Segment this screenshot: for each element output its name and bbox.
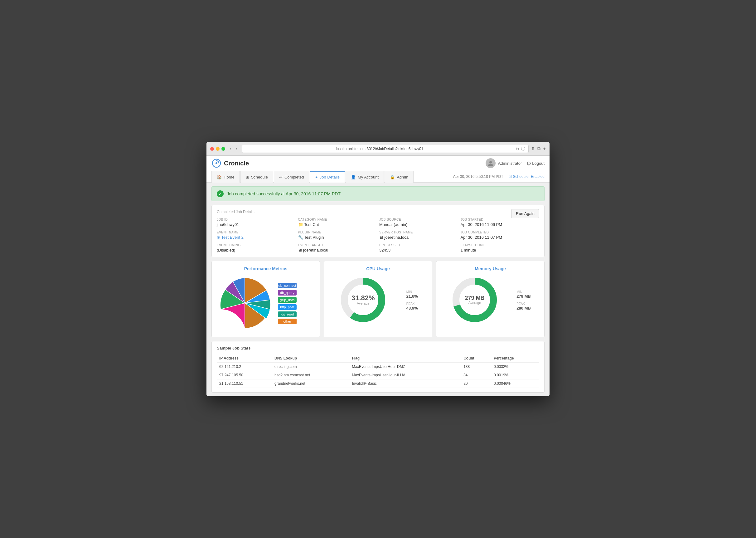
- app-header: Cronicle Administrator ⏻ Logout: [207, 156, 549, 171]
- cpu-usage-card: CPU Usage 31.82%: [324, 261, 432, 337]
- folder-icon: 📁: [298, 222, 303, 227]
- memory-donut-chart: 279 MB Average: [450, 275, 499, 325]
- field-job-completed-label: JOB COMPLETED: [461, 231, 540, 234]
- content-area: ✓ Job completed successfully at Apr 30, …: [207, 183, 549, 396]
- legend-db-connect: db_connect: [278, 283, 297, 288]
- field-job-id-label: JOB ID: [217, 218, 296, 221]
- memory-average-label: Average: [465, 301, 485, 304]
- tab-admin-label: Admin: [397, 175, 408, 180]
- field-job-started: JOB STARTED Apr 30, 2016 11:06 PM: [461, 218, 540, 227]
- user-name: Administrator: [498, 161, 522, 166]
- browser-window: ‹ › local.cronicle.com:3012/#JobDetails?…: [207, 142, 549, 396]
- field-job-source-label: JOB SOURCE: [379, 218, 458, 221]
- window-icon[interactable]: ⧉: [537, 146, 541, 152]
- traffic-lights: [210, 147, 225, 151]
- field-plugin-label: PLUGIN NAME: [298, 231, 377, 234]
- field-category-label: CATEGORY NAME: [298, 218, 377, 221]
- legend-color-db-query: db_query: [278, 290, 297, 296]
- address-text: local.cronicle.com:3012/#JobDetails?id=j…: [245, 147, 514, 151]
- add-tab-icon[interactable]: +: [543, 146, 546, 152]
- field-event-target-label: EVENT TARGET: [298, 243, 377, 247]
- share-icon[interactable]: ⬆: [531, 146, 535, 152]
- refresh-icon[interactable]: ↻: [516, 147, 519, 151]
- memory-stats: MIN 279 MB PEAK 280 MB: [516, 289, 531, 310]
- plugin-icon: 🔧: [298, 235, 303, 240]
- memory-peak-label: PEAK: [516, 302, 525, 305]
- tab-completed[interactable]: ↩ Completed: [274, 171, 309, 183]
- field-job-id: JOB ID jino6chwy01: [217, 218, 296, 227]
- legend-color-gzip-data: gzip_data: [278, 297, 297, 303]
- tab-schedule-label: Schedule: [251, 175, 268, 180]
- cpu-stats: MIN 21.6% PEAK 43.9%: [406, 289, 418, 310]
- cpu-donut-center: 31.82% Average: [352, 295, 375, 305]
- legend-color-other: other: [278, 319, 297, 324]
- back-button[interactable]: ‹: [228, 146, 233, 152]
- cell-flag-1: MaxEvents-ImpsUserHour-DMZ: [349, 363, 461, 371]
- table-row: 21.153.110.51 grandnetworks.net InvalidI…: [217, 379, 539, 388]
- field-plugin-value: 🔧 Test Plugin: [298, 235, 377, 240]
- pie-legend: db_connect db_query gzip_data http_post: [278, 283, 297, 324]
- maximize-button[interactable]: [221, 147, 225, 151]
- performance-metrics-title: Performance Metrics: [217, 266, 315, 271]
- event-name-link[interactable]: ⊙ Test Event 2: [217, 235, 244, 240]
- field-job-source: JOB SOURCE Manual (admin): [379, 218, 458, 227]
- cell-count-2: 84: [461, 371, 491, 379]
- legend-other: other: [278, 319, 297, 324]
- metrics-row: Performance Metrics: [212, 261, 544, 337]
- memory-min-value: 279 MB: [516, 294, 531, 298]
- memory-usage-title: Memory Usage: [441, 266, 539, 271]
- success-message: Job completed successfully at Apr 30, 20…: [227, 191, 341, 196]
- nav-tabs: 🏠 Home ⊞ Schedule ↩ Completed ● Job Deta…: [207, 171, 549, 183]
- tab-my-account[interactable]: 👤 My Account: [346, 171, 384, 183]
- legend-db-query: db_query: [278, 290, 297, 296]
- success-icon: ✓: [217, 190, 224, 197]
- home-icon: 🏠: [217, 175, 222, 180]
- stats-title: Sample Job Stats: [217, 346, 539, 350]
- cell-pct-3: 0.00046%: [491, 379, 539, 388]
- field-process-id-label: PROCESS ID: [379, 243, 458, 247]
- scheduler-enabled: ☑ Scheduler Enabled: [508, 175, 544, 179]
- field-event-name-label: EVENT NAME: [217, 231, 296, 234]
- card-title: Completed Job Details: [217, 210, 539, 214]
- tab-schedule[interactable]: ⊞ Schedule: [240, 171, 273, 183]
- server-icon: 🖥: [379, 235, 383, 240]
- memory-donut-center: 279 MB Average: [465, 295, 485, 304]
- field-hostname: SERVER HOSTNAME 🖥 joeretina.local: [379, 231, 458, 240]
- cpu-donut-container: 31.82% Average MIN 21.6% PEAK 43.9: [329, 275, 427, 325]
- field-elapsed-time-label: ELAPSED TIME: [461, 243, 540, 247]
- legend-gzip-data: gzip_data: [278, 297, 297, 303]
- tab-job-details[interactable]: ● Job Details: [310, 171, 345, 183]
- memory-min-stat: MIN 279 MB: [516, 289, 531, 298]
- cell-ip-2: 97.247.105.50: [217, 371, 272, 379]
- svg-point-1: [215, 162, 217, 164]
- tab-home[interactable]: 🏠 Home: [212, 171, 240, 183]
- address-bar[interactable]: local.cronicle.com:3012/#JobDetails?id=j…: [242, 145, 528, 153]
- cell-pct-2: 0.0019%: [491, 371, 539, 379]
- target-icon: 🖥: [298, 248, 302, 252]
- memory-peak-value: 280 MB: [516, 306, 531, 310]
- scheduler-label: Scheduler Enabled: [513, 175, 544, 179]
- minimize-button[interactable]: [216, 147, 219, 151]
- field-event-timing: EVENT TIMING (Disabled): [217, 243, 296, 252]
- cpu-peak-value: 43.9%: [406, 306, 418, 310]
- run-again-button[interactable]: Run Again: [511, 209, 539, 218]
- browser-nav-buttons: ‹ ›: [228, 146, 239, 152]
- browser-chrome: ‹ › local.cronicle.com:3012/#JobDetails?…: [207, 142, 549, 156]
- field-process-id: PROCESS ID 32453: [379, 243, 458, 252]
- cpu-min-stat: MIN 21.6%: [406, 289, 418, 298]
- success-banner: ✓ Job completed successfully at Apr 30, …: [212, 186, 544, 201]
- nav-tabs-left: 🏠 Home ⊞ Schedule ↩ Completed ● Job Deta…: [212, 171, 413, 182]
- close-button[interactable]: [210, 147, 214, 151]
- field-event-name-value: ⊙ Test Event 2: [217, 235, 296, 240]
- stats-table-header-row: IP Address DNS Lookup Flag Count Percent…: [217, 354, 539, 363]
- forward-button[interactable]: ›: [234, 146, 240, 152]
- memory-min-label: MIN: [516, 290, 522, 294]
- cpu-peak-stat: PEAK 43.9%: [406, 301, 418, 310]
- logout-button[interactable]: ⏻ Logout: [527, 161, 544, 166]
- tab-admin[interactable]: 🔒 Admin: [385, 171, 413, 183]
- info-icon[interactable]: ⓘ: [521, 146, 525, 152]
- logo-area: Cronicle: [212, 158, 249, 168]
- app-body: Cronicle Administrator ⏻ Logout: [207, 156, 549, 396]
- cpu-average-value: 31.82%: [352, 295, 375, 301]
- col-ip: IP Address: [217, 354, 272, 363]
